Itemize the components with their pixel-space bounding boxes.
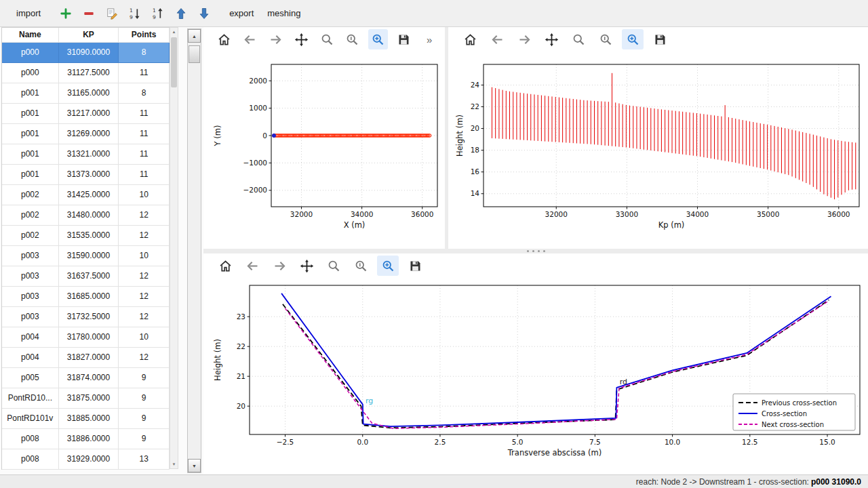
zoom-button[interactable] xyxy=(568,29,589,49)
cell-kp: 31780.0000 xyxy=(59,327,119,348)
cell-points: 8 xyxy=(119,83,170,104)
table-scrollbar-thumb[interactable] xyxy=(171,37,177,87)
zoom-rect-button[interactable] xyxy=(622,29,644,49)
svg-text:20: 20 xyxy=(471,124,479,132)
table-row[interactable]: p00831929.000013 xyxy=(2,449,170,470)
sort-ascending-button[interactable]: 19 xyxy=(146,4,170,23)
save-icon xyxy=(408,259,422,273)
table-row[interactable]: p00131321.000011 xyxy=(2,144,170,165)
table-row[interactable]: p00531874.00009 xyxy=(2,368,170,388)
table-row[interactable]: PontRD101v31885.00009 xyxy=(2,409,170,429)
table-row[interactable]: PontRD10...31875.00009 xyxy=(2,388,170,409)
zoom-button[interactable] xyxy=(323,256,344,276)
column-header-kp[interactable]: KP xyxy=(59,28,119,43)
sort-descending-button[interactable]: 19 xyxy=(123,4,146,23)
home-button[interactable] xyxy=(459,29,481,49)
svg-text:32000: 32000 xyxy=(545,210,568,218)
panel-scrollbar[interactable]: ▲ ▼ xyxy=(187,28,201,473)
scroll-down-icon[interactable]: ▼ xyxy=(170,460,178,468)
table-row[interactable]: p00331637.500012 xyxy=(2,266,170,287)
cross-section-panel: −2.50.02.55.07.510.012.515.020212223Tran… xyxy=(203,253,868,474)
splitter-handle-icon xyxy=(527,250,545,252)
meshing-button[interactable]: meshing xyxy=(260,4,307,23)
save-button[interactable] xyxy=(393,29,414,49)
zoom-original-button[interactable] xyxy=(342,29,363,49)
import-button[interactable]: import xyxy=(9,4,47,23)
move-up-button[interactable] xyxy=(170,4,193,23)
remove-section-button[interactable] xyxy=(77,4,100,23)
back-button[interactable] xyxy=(240,29,260,49)
table-row[interactable]: p00131269.000011 xyxy=(2,124,170,144)
svg-text:Y (m): Y (m) xyxy=(213,125,222,147)
table-row[interactable]: p00331590.000010 xyxy=(2,246,170,266)
export-button[interactable]: export xyxy=(222,4,260,23)
table-row[interactable]: p00131165.00008 xyxy=(2,83,170,104)
home-icon xyxy=(217,33,231,47)
svg-text:5.0: 5.0 xyxy=(512,438,524,446)
table-row[interactable]: p00231480.000012 xyxy=(2,205,170,226)
profile-chart[interactable]: 3200033000340003500036000141618202224Kp … xyxy=(448,52,868,249)
pan-button[interactable] xyxy=(291,29,311,49)
plan-chart[interactable]: 320003400036000200010000−1000−2000X (m)Y… xyxy=(203,52,445,249)
save-button[interactable] xyxy=(404,256,426,276)
column-header-points[interactable]: Points xyxy=(119,28,170,43)
zoom-rect-button[interactable] xyxy=(368,29,389,49)
table-row[interactable]: p00331685.000012 xyxy=(2,287,170,307)
table-row[interactable]: p00031090.00008 xyxy=(2,43,170,63)
edit-section-button[interactable] xyxy=(100,4,123,23)
panel-scroll-up-button[interactable]: ▲ xyxy=(188,29,201,43)
cross-section-chart[interactable]: −2.50.02.55.07.510.012.515.020212223Tran… xyxy=(203,278,868,474)
svg-text:−2000: −2000 xyxy=(243,186,267,194)
zoom-icon xyxy=(572,33,586,47)
scroll-up-icon[interactable]: ▲ xyxy=(170,28,178,36)
cell-name: p002 xyxy=(2,205,59,226)
panel-scroll-down-button[interactable]: ▼ xyxy=(188,459,201,472)
table-row[interactable]: p00231425.000010 xyxy=(2,185,170,205)
horizontal-splitter[interactable] xyxy=(203,249,868,253)
move-down-button[interactable] xyxy=(193,4,216,23)
column-header-name[interactable]: Name xyxy=(2,28,59,43)
cell-kp: 31590.0000 xyxy=(59,246,119,266)
cell-name: p004 xyxy=(2,348,59,368)
cell-name: p005 xyxy=(2,368,59,388)
zoom-original-button[interactable] xyxy=(595,29,616,49)
forward-button[interactable] xyxy=(269,256,290,276)
zoom-button[interactable] xyxy=(317,29,337,49)
table-row[interactable]: p00831886.00009 xyxy=(2,429,170,449)
pan-button[interactable] xyxy=(540,29,562,49)
svg-text:Next cross-section: Next cross-section xyxy=(762,421,824,428)
charts-area: » 320003400036000200010000−1000−2000X (m… xyxy=(203,27,868,474)
cell-kp: 31373.0000 xyxy=(59,165,119,185)
forward-button[interactable] xyxy=(266,29,286,49)
arrow-down-icon xyxy=(197,7,211,20)
plus-icon xyxy=(59,7,73,20)
table-scrollbar[interactable]: ▲ ▼ xyxy=(170,27,178,469)
save-icon xyxy=(397,33,411,47)
table-row[interactable]: p00031127.500011 xyxy=(2,63,170,83)
table-row[interactable]: p00331732.500012 xyxy=(2,307,170,327)
zoom-rect-button[interactable] xyxy=(377,256,399,276)
svg-text:Kp (m): Kp (m) xyxy=(658,220,685,230)
cell-name: p001 xyxy=(2,83,59,104)
toolbar-overflow-button[interactable]: » xyxy=(419,29,439,49)
add-section-button[interactable] xyxy=(54,4,77,23)
table-row[interactable]: p00431780.000010 xyxy=(2,327,170,348)
forward-button[interactable] xyxy=(513,29,535,49)
zoom-original-button[interactable] xyxy=(350,256,372,276)
table-row[interactable]: p00131217.000011 xyxy=(2,104,170,124)
save-button[interactable] xyxy=(649,29,671,49)
table-row[interactable]: p00131373.000011 xyxy=(2,165,170,185)
back-button[interactable] xyxy=(486,29,508,49)
table-row[interactable]: p00231535.000012 xyxy=(2,226,170,246)
cell-name: p001 xyxy=(2,104,59,124)
svg-text:23: 23 xyxy=(237,312,245,321)
panel-scrollbar-thumb[interactable] xyxy=(189,45,200,63)
home-button[interactable] xyxy=(214,29,235,49)
home-button[interactable] xyxy=(214,256,236,276)
cell-kp: 31217.0000 xyxy=(59,104,119,124)
cell-points: 10 xyxy=(119,185,170,205)
back-button[interactable] xyxy=(241,256,263,276)
table-row[interactable]: p00431827.000012 xyxy=(2,348,170,368)
cell-points: 11 xyxy=(119,104,170,124)
pan-button[interactable] xyxy=(296,256,317,276)
